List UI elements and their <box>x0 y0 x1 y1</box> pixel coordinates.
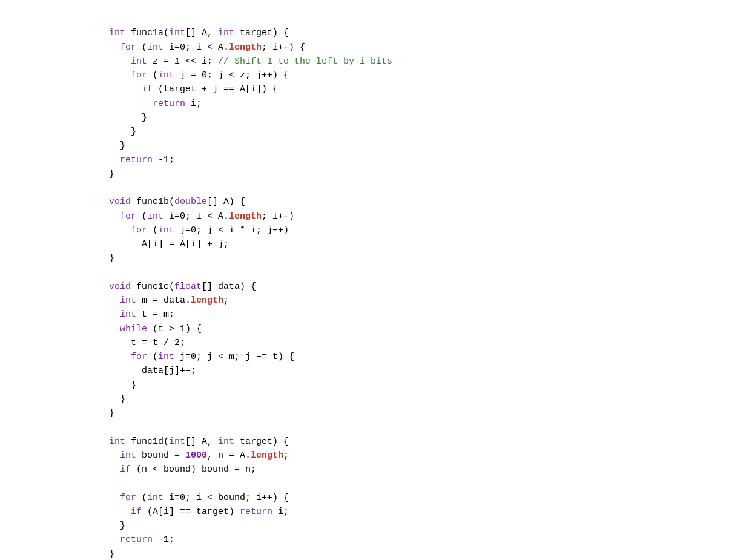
line-func1a-if: if (target + j == A[i]) { <box>109 84 278 94</box>
code-viewer: int func1a(int[] A, int target) { for (i… <box>109 12 752 560</box>
line-func1a-return-neg1: return -1; <box>109 155 174 165</box>
line-func1a-close2: } <box>109 127 136 137</box>
line-func1a-for1: for (int i=0; i < A.length; i++) { <box>109 42 305 53</box>
line-func1b-close: } <box>109 253 114 263</box>
line-func1c-m: int m = data.length; <box>109 295 229 306</box>
line-func1d-close2: } <box>109 549 114 559</box>
line-func1c-t: int t = m; <box>109 309 174 320</box>
line-func1d-for: for (int i=0; i < bound; i++) { <box>109 493 289 503</box>
blank1 <box>109 183 114 193</box>
line-func1d-close1: } <box>109 521 125 531</box>
line-func1d-if2: if (A[i] == target) return i; <box>109 507 289 517</box>
line-func1c-tdiv: t = t / 2; <box>109 338 185 348</box>
line-func1c-while: while (t > 1) { <box>109 324 202 334</box>
line-func1b-for1: for (int i=0; i < A.length; i++) <box>109 211 294 222</box>
line-func1b-assign: A[i] = A[i] + j; <box>109 239 229 249</box>
line-func1c-close2: } <box>109 394 125 404</box>
line-func1a-close3: } <box>109 140 125 151</box>
line-func1c-close3: } <box>109 408 114 418</box>
line-func1d-bound: int bound = 1000, n = A.length; <box>109 450 289 461</box>
line-func1a-intz: int z = 1 << i; // Shift 1 to the left b… <box>109 56 392 67</box>
blank2 <box>109 268 114 278</box>
line-func1c-for: for (int j=0; j < m; j += t) { <box>109 352 294 362</box>
line-func1a-close4: } <box>109 169 114 179</box>
line-func1b-sig: void func1b(double[] A) { <box>109 197 245 207</box>
line-func1d-if: if (n < bound) bound = n; <box>109 464 256 475</box>
line-func1d-sig: int func1d(int[] A, int target) { <box>109 436 289 447</box>
line-func1a-sig: int func1a(int[] A, int target) { <box>109 28 289 38</box>
line-func1c-sig: void func1c(float[] data) { <box>109 282 256 292</box>
line-func1b-for2: for (int j=0; j < i * i; j++) <box>109 225 289 236</box>
line-func1d-return: return -1; <box>109 535 174 545</box>
line-func1c-close1: } <box>109 380 136 390</box>
blank3 <box>109 422 114 432</box>
line-func1a-for2: for (int j = 0; j < z; j++) { <box>109 70 289 81</box>
line-func1a-close1: } <box>109 113 147 123</box>
line-func1c-dataj: data[j]++; <box>109 366 196 376</box>
line-func1a-return-i: return i; <box>109 99 202 109</box>
blank4 <box>109 478 114 489</box>
